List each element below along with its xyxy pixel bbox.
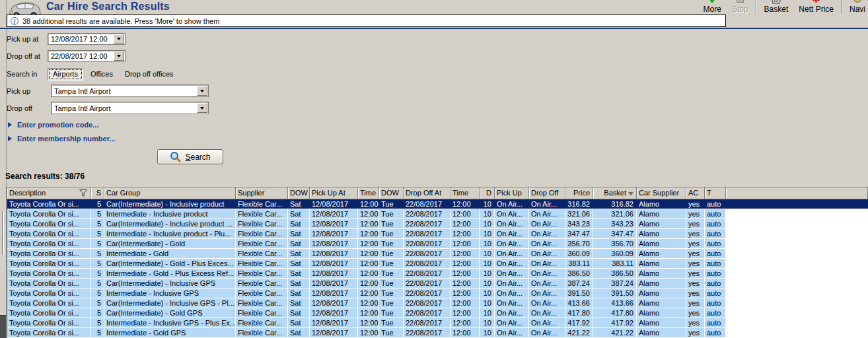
cell-d: 10 bbox=[480, 249, 495, 258]
cell-dow_dropoff: Tue bbox=[379, 209, 404, 219]
cell-ac: yes bbox=[686, 318, 705, 327]
column-header-time_dropoff[interactable]: Time bbox=[451, 187, 480, 199]
cell-time_pickup: 12:00 bbox=[358, 259, 379, 268]
cell-basket: 387.24 bbox=[593, 279, 637, 288]
toolbar-button-basket[interactable]: Basket bbox=[759, 0, 794, 14]
cell-pick_up_at: 12/08/2017 bbox=[310, 298, 358, 308]
column-header-drop_off_at[interactable]: Drop Off At bbox=[404, 187, 451, 199]
nett-price-icon: ✱ bbox=[812, 0, 820, 5]
sort-desc-icon bbox=[628, 192, 633, 195]
column-header-label: D bbox=[486, 189, 491, 197]
column-header-time_pickup[interactable]: Time bbox=[358, 187, 379, 199]
cell-drop_off_at: 22/08/2017 bbox=[404, 269, 451, 278]
column-header-label: Car Supplier bbox=[639, 189, 679, 197]
pick-up-location-select[interactable]: Tampa Intl Airport bbox=[51, 84, 209, 97]
column-header-pick_up_at[interactable]: Pick Up At bbox=[310, 187, 358, 199]
cell-drop_off_at: 22/08/2017 bbox=[404, 288, 451, 298]
table-row[interactable]: Toyota Corolla Or si...5Car(Intermediate… bbox=[7, 219, 868, 229]
cell-t: auto bbox=[705, 219, 726, 228]
cell-price: 343.23 bbox=[565, 219, 593, 228]
chevron-down-icon[interactable] bbox=[114, 34, 124, 44]
cell-basket: 360.09 bbox=[593, 249, 637, 258]
cell-dow_dropoff: Tue bbox=[379, 219, 404, 228]
column-header-description[interactable]: Description bbox=[7, 187, 91, 199]
column-header-s[interactable]: S bbox=[91, 187, 104, 199]
cell-basket: 391.50 bbox=[593, 288, 637, 298]
chevron-down-icon[interactable] bbox=[197, 86, 207, 96]
table-row[interactable]: Toyota Corolla Or si...5Intermediate - I… bbox=[7, 229, 868, 239]
chevron-down-icon[interactable] bbox=[197, 103, 207, 113]
toolbar-button-stop: Stop bbox=[727, 0, 754, 14]
drop-off-location-select[interactable]: Tampa Intl Airport bbox=[51, 102, 209, 114]
chevron-right-icon bbox=[8, 122, 12, 127]
toolbar-button-label: Basket bbox=[764, 5, 789, 14]
cell-t: auto bbox=[705, 239, 726, 248]
membership-number-expander[interactable]: Enter membership number... bbox=[8, 135, 116, 143]
filter-icon[interactable] bbox=[79, 189, 87, 197]
promotion-code-expander[interactable]: Enter promotion code... bbox=[8, 121, 98, 129]
column-header-car_group[interactable]: Car Group bbox=[104, 187, 236, 199]
cell-pick_up: On Air... bbox=[495, 229, 529, 238]
toolbar-button-more[interactable]: More bbox=[698, 0, 727, 14]
cell-car_group: Car(Intermediate) - Gold GPS bbox=[104, 308, 236, 318]
cell-pick_up_at: 12/08/2017 bbox=[310, 308, 358, 318]
tab-airports[interactable]: Airports bbox=[48, 68, 83, 81]
column-header-drop_off[interactable]: Drop Off bbox=[529, 187, 565, 199]
cell-time_pickup: 12:00 bbox=[358, 239, 379, 248]
drop-off-label: Drop off bbox=[7, 104, 32, 112]
column-header-basket[interactable]: Basket bbox=[593, 187, 637, 199]
cell-s: 5 bbox=[91, 229, 104, 238]
cell-supplier: Flexible Car... bbox=[236, 219, 288, 228]
splitter-groove[interactable] bbox=[2, 211, 4, 255]
cell-dow_pickup: Sat bbox=[288, 199, 310, 209]
column-header-supplier[interactable]: Supplier bbox=[236, 187, 288, 199]
cell-price: 391.50 bbox=[565, 288, 593, 298]
table-row[interactable]: Toyota Corolla Or si...5Car(Intermediate… bbox=[7, 259, 868, 269]
table-row[interactable]: Toyota Corolla Or si...5Intermediate - I… bbox=[7, 318, 868, 328]
tab-offices[interactable]: Offices bbox=[86, 69, 118, 80]
toolbar-button-nett-price[interactable]: ✱Nett Price bbox=[793, 0, 839, 14]
cell-pick_up: On Air... bbox=[495, 259, 529, 268]
cell-drop_off: On Air... bbox=[529, 298, 565, 308]
toolbar-button-label: More bbox=[704, 5, 721, 14]
table-row[interactable]: Toyota Corolla Or si...5Intermediate - G… bbox=[7, 328, 868, 338]
table-row[interactable]: Toyota Corolla Or si...5Car(Intermediate… bbox=[7, 279, 868, 288]
column-header-t[interactable]: T bbox=[705, 187, 726, 199]
cell-s: 5 bbox=[91, 199, 104, 209]
cell-drop_off_at: 22/08/2017 bbox=[404, 249, 451, 258]
pick-up-at-input[interactable]: 12/08/2017 12:00 bbox=[48, 33, 126, 45]
table-row[interactable]: Toyota Corolla Or si...5Car(Intermediate… bbox=[7, 298, 868, 308]
cell-dow_dropoff: Tue bbox=[379, 288, 404, 298]
toolbar-button-navi[interactable]: Navi bbox=[844, 0, 868, 14]
cell-description: Toyota Corolla Or si... bbox=[7, 328, 91, 337]
cell-filler bbox=[726, 328, 868, 337]
chevron-down-icon[interactable] bbox=[114, 51, 124, 61]
table-row[interactable]: Toyota Corolla Or si...5Intermediate - I… bbox=[7, 288, 868, 298]
search-button[interactable]: Search bbox=[157, 149, 223, 164]
column-header-ac[interactable]: AC bbox=[686, 187, 705, 199]
column-header-dow_dropoff[interactable]: DOW bbox=[379, 187, 404, 199]
drop-off-at-input[interactable]: 22/08/2017 12:00 bbox=[48, 50, 126, 62]
table-row[interactable]: Toyota Corolla Or si...5Car(Intermediate… bbox=[7, 199, 868, 209]
cell-dow_dropoff: Tue bbox=[379, 259, 404, 268]
cell-car_group: Intermediate - Inclusive GPS - Plus Ex..… bbox=[104, 318, 236, 327]
column-header-car_supplier[interactable]: Car Supplier bbox=[637, 187, 686, 199]
chevron-right-icon bbox=[8, 136, 12, 141]
table-row[interactable]: Toyota Corolla Or si...5Car(Intermediate… bbox=[7, 308, 868, 318]
table-row[interactable]: Toyota Corolla Or si...5Intermediate - G… bbox=[7, 269, 868, 279]
cell-ac: yes bbox=[686, 328, 705, 337]
table-row[interactable]: Toyota Corolla Or si...5Car(Intermediate… bbox=[7, 239, 868, 249]
cell-dow_pickup: Sat bbox=[288, 308, 310, 318]
cell-drop_off: On Air... bbox=[529, 308, 565, 318]
column-header-d[interactable]: D bbox=[480, 187, 495, 199]
table-row[interactable]: Toyota Corolla Or si...5Intermediate - I… bbox=[7, 209, 868, 219]
column-header-dow_pickup[interactable]: DOW bbox=[288, 187, 310, 199]
column-header-price[interactable]: Price bbox=[565, 187, 593, 199]
cell-car_group: Intermediate - Inclusive product bbox=[104, 209, 236, 219]
cell-basket: 356.70 bbox=[593, 239, 637, 248]
table-row[interactable]: Toyota Corolla Or si...5Intermediate - G… bbox=[7, 249, 868, 259]
cell-supplier: Flexible Car... bbox=[236, 249, 288, 258]
column-header-pick_up[interactable]: Pick Up bbox=[495, 187, 529, 199]
cell-dow_pickup: Sat bbox=[288, 318, 310, 327]
tab-drop-off-offices[interactable]: Drop off offices bbox=[120, 69, 178, 80]
